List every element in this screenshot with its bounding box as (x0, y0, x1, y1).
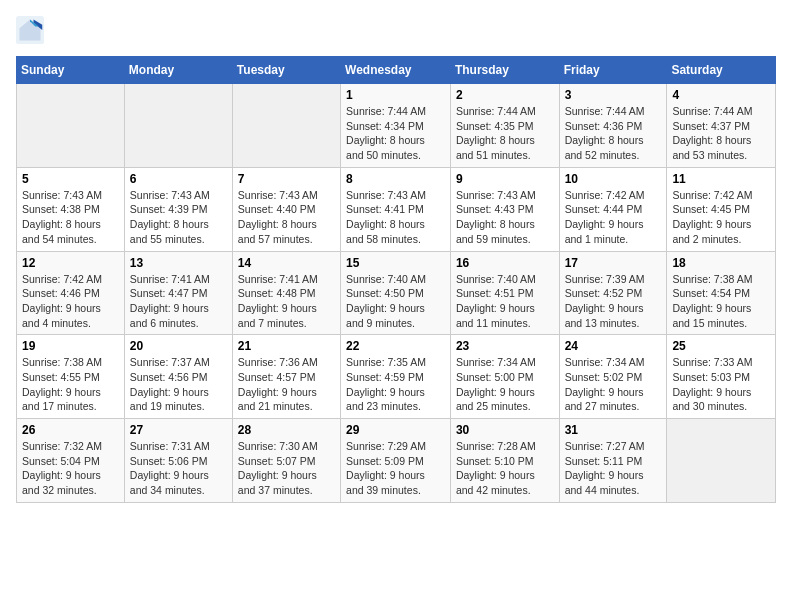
calendar-table: SundayMondayTuesdayWednesdayThursdayFrid… (16, 56, 776, 503)
day-info: Sunrise: 7:33 AM Sunset: 5:03 PM Dayligh… (672, 356, 752, 412)
day-info: Sunrise: 7:44 AM Sunset: 4:36 PM Dayligh… (565, 105, 645, 161)
calendar-cell: 6Sunrise: 7:43 AM Sunset: 4:39 PM Daylig… (124, 167, 232, 251)
day-info: Sunrise: 7:27 AM Sunset: 5:11 PM Dayligh… (565, 440, 645, 496)
weekday-header: Wednesday (341, 57, 451, 84)
day-number: 31 (565, 423, 662, 437)
calendar-cell: 9Sunrise: 7:43 AM Sunset: 4:43 PM Daylig… (450, 167, 559, 251)
day-info: Sunrise: 7:40 AM Sunset: 4:51 PM Dayligh… (456, 273, 536, 329)
day-info: Sunrise: 7:41 AM Sunset: 4:47 PM Dayligh… (130, 273, 210, 329)
calendar-cell: 14Sunrise: 7:41 AM Sunset: 4:48 PM Dayli… (232, 251, 340, 335)
calendar-cell (667, 419, 776, 503)
calendar-cell: 30Sunrise: 7:28 AM Sunset: 5:10 PM Dayli… (450, 419, 559, 503)
calendar-cell: 29Sunrise: 7:29 AM Sunset: 5:09 PM Dayli… (341, 419, 451, 503)
calendar-week-row: 12Sunrise: 7:42 AM Sunset: 4:46 PM Dayli… (17, 251, 776, 335)
day-number: 29 (346, 423, 445, 437)
day-number: 18 (672, 256, 770, 270)
calendar-cell: 26Sunrise: 7:32 AM Sunset: 5:04 PM Dayli… (17, 419, 125, 503)
day-number: 17 (565, 256, 662, 270)
day-number: 19 (22, 339, 119, 353)
calendar-cell: 1Sunrise: 7:44 AM Sunset: 4:34 PM Daylig… (341, 84, 451, 168)
day-number: 3 (565, 88, 662, 102)
logo (16, 16, 48, 44)
calendar-week-row: 1Sunrise: 7:44 AM Sunset: 4:34 PM Daylig… (17, 84, 776, 168)
day-info: Sunrise: 7:42 AM Sunset: 4:44 PM Dayligh… (565, 189, 645, 245)
calendar-cell: 16Sunrise: 7:40 AM Sunset: 4:51 PM Dayli… (450, 251, 559, 335)
day-info: Sunrise: 7:44 AM Sunset: 4:37 PM Dayligh… (672, 105, 752, 161)
day-number: 16 (456, 256, 554, 270)
calendar-cell: 20Sunrise: 7:37 AM Sunset: 4:56 PM Dayli… (124, 335, 232, 419)
day-info: Sunrise: 7:28 AM Sunset: 5:10 PM Dayligh… (456, 440, 536, 496)
day-info: Sunrise: 7:30 AM Sunset: 5:07 PM Dayligh… (238, 440, 318, 496)
day-number: 27 (130, 423, 227, 437)
page-header (16, 16, 776, 44)
calendar-week-row: 5Sunrise: 7:43 AM Sunset: 4:38 PM Daylig… (17, 167, 776, 251)
calendar-cell: 12Sunrise: 7:42 AM Sunset: 4:46 PM Dayli… (17, 251, 125, 335)
calendar-cell: 4Sunrise: 7:44 AM Sunset: 4:37 PM Daylig… (667, 84, 776, 168)
day-info: Sunrise: 7:37 AM Sunset: 4:56 PM Dayligh… (130, 356, 210, 412)
weekday-header: Friday (559, 57, 667, 84)
day-number: 13 (130, 256, 227, 270)
day-number: 28 (238, 423, 335, 437)
calendar-cell: 17Sunrise: 7:39 AM Sunset: 4:52 PM Dayli… (559, 251, 667, 335)
calendar-cell: 24Sunrise: 7:34 AM Sunset: 5:02 PM Dayli… (559, 335, 667, 419)
day-info: Sunrise: 7:38 AM Sunset: 4:54 PM Dayligh… (672, 273, 752, 329)
day-number: 8 (346, 172, 445, 186)
day-number: 23 (456, 339, 554, 353)
calendar-week-row: 19Sunrise: 7:38 AM Sunset: 4:55 PM Dayli… (17, 335, 776, 419)
day-info: Sunrise: 7:43 AM Sunset: 4:39 PM Dayligh… (130, 189, 210, 245)
weekday-header: Thursday (450, 57, 559, 84)
day-number: 21 (238, 339, 335, 353)
day-info: Sunrise: 7:35 AM Sunset: 4:59 PM Dayligh… (346, 356, 426, 412)
day-number: 12 (22, 256, 119, 270)
calendar-cell: 15Sunrise: 7:40 AM Sunset: 4:50 PM Dayli… (341, 251, 451, 335)
day-info: Sunrise: 7:43 AM Sunset: 4:41 PM Dayligh… (346, 189, 426, 245)
day-number: 1 (346, 88, 445, 102)
calendar-cell: 5Sunrise: 7:43 AM Sunset: 4:38 PM Daylig… (17, 167, 125, 251)
day-info: Sunrise: 7:38 AM Sunset: 4:55 PM Dayligh… (22, 356, 102, 412)
weekday-header-row: SundayMondayTuesdayWednesdayThursdayFrid… (17, 57, 776, 84)
day-number: 10 (565, 172, 662, 186)
weekday-header: Monday (124, 57, 232, 84)
calendar-cell: 23Sunrise: 7:34 AM Sunset: 5:00 PM Dayli… (450, 335, 559, 419)
calendar-cell (17, 84, 125, 168)
calendar-week-row: 26Sunrise: 7:32 AM Sunset: 5:04 PM Dayli… (17, 419, 776, 503)
day-number: 2 (456, 88, 554, 102)
calendar-cell: 25Sunrise: 7:33 AM Sunset: 5:03 PM Dayli… (667, 335, 776, 419)
day-info: Sunrise: 7:44 AM Sunset: 4:35 PM Dayligh… (456, 105, 536, 161)
calendar-cell: 28Sunrise: 7:30 AM Sunset: 5:07 PM Dayli… (232, 419, 340, 503)
calendar-cell: 19Sunrise: 7:38 AM Sunset: 4:55 PM Dayli… (17, 335, 125, 419)
day-info: Sunrise: 7:39 AM Sunset: 4:52 PM Dayligh… (565, 273, 645, 329)
day-number: 4 (672, 88, 770, 102)
calendar-cell: 8Sunrise: 7:43 AM Sunset: 4:41 PM Daylig… (341, 167, 451, 251)
calendar-cell: 3Sunrise: 7:44 AM Sunset: 4:36 PM Daylig… (559, 84, 667, 168)
day-info: Sunrise: 7:36 AM Sunset: 4:57 PM Dayligh… (238, 356, 318, 412)
day-info: Sunrise: 7:42 AM Sunset: 4:46 PM Dayligh… (22, 273, 102, 329)
day-number: 25 (672, 339, 770, 353)
day-info: Sunrise: 7:34 AM Sunset: 5:02 PM Dayligh… (565, 356, 645, 412)
day-number: 24 (565, 339, 662, 353)
day-number: 5 (22, 172, 119, 186)
calendar-cell: 11Sunrise: 7:42 AM Sunset: 4:45 PM Dayli… (667, 167, 776, 251)
day-info: Sunrise: 7:29 AM Sunset: 5:09 PM Dayligh… (346, 440, 426, 496)
day-number: 14 (238, 256, 335, 270)
day-number: 15 (346, 256, 445, 270)
day-number: 9 (456, 172, 554, 186)
calendar-cell: 22Sunrise: 7:35 AM Sunset: 4:59 PM Dayli… (341, 335, 451, 419)
day-info: Sunrise: 7:40 AM Sunset: 4:50 PM Dayligh… (346, 273, 426, 329)
day-info: Sunrise: 7:43 AM Sunset: 4:43 PM Dayligh… (456, 189, 536, 245)
day-number: 7 (238, 172, 335, 186)
day-info: Sunrise: 7:31 AM Sunset: 5:06 PM Dayligh… (130, 440, 210, 496)
day-info: Sunrise: 7:43 AM Sunset: 4:38 PM Dayligh… (22, 189, 102, 245)
calendar-cell: 31Sunrise: 7:27 AM Sunset: 5:11 PM Dayli… (559, 419, 667, 503)
calendar-cell: 27Sunrise: 7:31 AM Sunset: 5:06 PM Dayli… (124, 419, 232, 503)
day-info: Sunrise: 7:41 AM Sunset: 4:48 PM Dayligh… (238, 273, 318, 329)
day-number: 26 (22, 423, 119, 437)
day-info: Sunrise: 7:44 AM Sunset: 4:34 PM Dayligh… (346, 105, 426, 161)
day-info: Sunrise: 7:42 AM Sunset: 4:45 PM Dayligh… (672, 189, 752, 245)
calendar-cell: 18Sunrise: 7:38 AM Sunset: 4:54 PM Dayli… (667, 251, 776, 335)
calendar-cell: 21Sunrise: 7:36 AM Sunset: 4:57 PM Dayli… (232, 335, 340, 419)
day-number: 22 (346, 339, 445, 353)
day-number: 6 (130, 172, 227, 186)
logo-icon (16, 16, 44, 44)
weekday-header: Sunday (17, 57, 125, 84)
